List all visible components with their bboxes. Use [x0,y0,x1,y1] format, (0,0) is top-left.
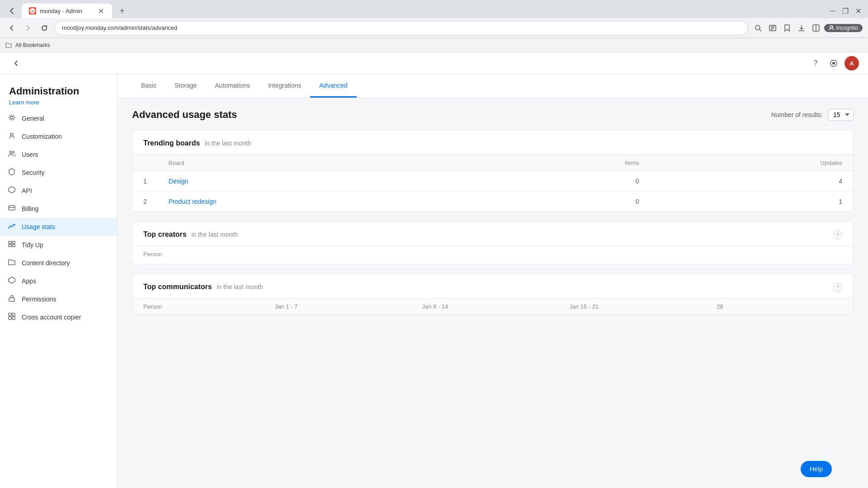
sidebar-item-general-label: General [22,115,44,122]
content-directory-icon [7,258,16,267]
row-updates-2: 1 [650,192,853,212]
tab-advanced[interactable]: Advanced [310,75,356,98]
gear-icon [7,114,16,123]
reload-btn[interactable] [38,22,51,34]
permissions-icon [7,295,16,304]
sidebar-item-permissions[interactable]: Permissions [0,290,117,308]
top-creators-person-col: Person [143,251,162,258]
svg-marker-18 [9,187,15,193]
cross-account-copier-icon [7,313,16,322]
top-communicators-subtitle: in the last month [217,283,263,291]
incognito-label: Incognito [836,25,858,31]
sidebar-item-customization-label: Customization [22,133,62,140]
tab-automations[interactable]: Automations [206,75,259,98]
sidebar-item-usage-stats-label: Usage stats [22,223,55,230]
svg-rect-30 [12,317,15,319]
top-creators-title: Top creators [143,230,187,238]
sidebar-item-users-label: Users [22,151,38,158]
billing-icon [7,204,16,213]
table-row: 2 Product redesign 0 1 [132,192,853,212]
notifications-icon[interactable] [826,56,841,70]
incognito-badge: Incognito [824,24,863,32]
avatar[interactable]: A [844,56,859,70]
top-creators-subtitle: in the last month [191,231,238,238]
svg-rect-27 [9,313,11,316]
sidebar: Administration Learn more General [0,75,118,488]
sidebar-item-content-directory[interactable]: Content directory [0,254,117,272]
help-button[interactable]: Help [801,461,832,477]
sidebar-item-apps[interactable]: Apps [0,272,117,290]
sidebar-item-security-label: Security [22,169,45,176]
download-icon[interactable] [795,22,808,34]
sidebar-nav: General Customization Users [0,109,117,488]
tab-history-btn[interactable] [5,5,18,17]
svg-point-14 [10,116,13,119]
comm-col-jan1-7: Jan 1 - 7 [264,299,411,315]
board-link-product-redesign[interactable]: Product redesign [158,192,482,212]
sidebar-item-security[interactable]: Security [0,164,117,182]
sidebar-item-customization[interactable]: Customization [0,127,117,145]
svg-rect-23 [9,244,11,247]
browser-tab[interactable]: m monday - Admin ✕ [22,4,112,18]
svg-line-3 [760,29,761,31]
bookmark-icon[interactable] [781,22,793,34]
svg-rect-28 [12,313,15,316]
tab-close-btn[interactable]: ✕ [97,7,105,15]
back-button[interactable] [9,56,24,70]
trending-boards-card: Trending boards in the last month Board … [132,130,854,212]
sidebar-item-general[interactable]: General [0,109,117,127]
sidebar-item-api-label: API [22,187,32,194]
sidebar-item-billing[interactable]: Billing [0,200,117,218]
usage-stats-icon [7,222,16,231]
favicon: m [29,7,36,14]
back-nav-btn[interactable] [5,22,18,34]
security-icon [7,168,16,177]
sidebar-item-billing-label: Billing [22,205,38,212]
customization-icon [7,132,16,141]
url-text: moodjoy.monday.com/admin/stats/advanced [62,24,177,31]
profile-icon[interactable] [810,22,822,34]
top-communicators-card: Top communicators in the last month ? Pe… [132,273,854,315]
results-select[interactable]: 5 10 15 25 50 [828,109,854,121]
api-icon [7,186,16,195]
svg-rect-24 [12,244,15,247]
comm-col-jan8-14: Jan 8 - 14 [411,299,558,315]
minimize-btn[interactable]: ─ [828,6,837,15]
col-items: Items [482,155,650,171]
trending-boards-subtitle: in the last month [205,140,251,147]
sidebar-item-cross-account-copier-label: Cross account copier [22,314,81,321]
tabs-bar: Basic Storage Automations Integrations A… [118,75,868,98]
address-bar[interactable]: moodjoy.monday.com/admin/stats/advanced [54,21,748,35]
col-updates: Updates [650,155,853,171]
tab-storage[interactable]: Storage [165,75,206,98]
search-icon[interactable] [752,22,764,34]
window-controls: ─ ❐ ✕ [828,6,863,15]
sidebar-item-tidy-up[interactable]: Tidy Up [0,236,117,254]
tab-basic[interactable]: Basic [132,75,165,98]
trending-boards-title: Trending boards [143,139,200,147]
help-icon[interactable]: ? [808,56,823,70]
tab-integrations[interactable]: Integrations [259,75,310,98]
svg-point-16 [10,151,12,154]
bookmarks-label: All Bookmarks [15,42,50,48]
svg-point-17 [13,151,14,153]
close-btn[interactable]: ✕ [854,6,863,15]
tab-title: monday - Admin [40,8,82,14]
learn-more-link[interactable]: Learn more [9,99,108,106]
sidebar-item-api[interactable]: API [0,182,117,200]
svg-rect-21 [9,241,11,244]
sidebar-item-usage-stats[interactable]: Usage stats [0,218,117,236]
reader-mode-icon[interactable] [766,22,779,34]
row-rank-1: 1 [132,171,158,192]
restore-btn[interactable]: ❐ [841,6,850,15]
sidebar-item-permissions-label: Permissions [22,296,56,303]
sidebar-item-cross-account-copier[interactable]: Cross account copier [0,308,117,326]
top-creators-info-icon[interactable]: ? [833,230,842,239]
forward-nav-btn[interactable] [22,22,34,34]
board-link-design[interactable]: Design [158,171,482,192]
apps-icon [7,277,16,286]
trending-boards-table: Board Items Updates 1 Design [132,155,853,211]
new-tab-btn[interactable]: + [116,5,128,17]
top-communicators-info-icon[interactable]: ? [833,283,842,292]
sidebar-item-users[interactable]: Users [0,145,117,164]
